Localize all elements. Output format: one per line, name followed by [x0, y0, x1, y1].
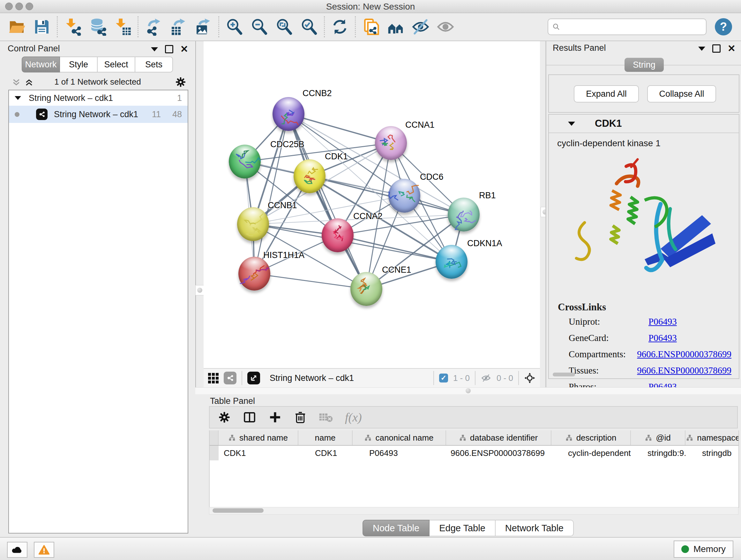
panel-float-icon[interactable] [712, 44, 721, 53]
crosslink-label: Tissues: [569, 365, 637, 376]
table-cell[interactable]: stringdb:9... [631, 448, 685, 458]
network-canvas[interactable]: CCNB2CCNA1CDC25BCDK1CDC6RB1CCNB1CCNA2CDK… [204, 41, 540, 368]
network-options-gear-icon[interactable] [175, 76, 186, 88]
network-node-cdk1[interactable] [293, 159, 326, 193]
table-row[interactable]: CDK1CDK1P064939606.ENSP00000378699cyclin… [210, 446, 738, 460]
column-header--id[interactable]: @id [631, 430, 685, 445]
gene-box-hscroll-thumb[interactable] [553, 373, 575, 376]
show-all-button[interactable] [433, 14, 458, 39]
export-network-button[interactable] [141, 14, 166, 39]
network-search-field[interactable] [548, 18, 706, 35]
network-node-ccnb2[interactable] [273, 97, 305, 131]
tab-network[interactable]: Network [22, 57, 60, 72]
column-header-description[interactable]: description [551, 430, 631, 445]
zoom-out-button[interactable] [247, 14, 272, 39]
results-panel: Results Panel ✕ String Expand All Collap… [545, 41, 741, 387]
import-network-database-button[interactable] [85, 14, 110, 39]
column-type-icon [686, 434, 693, 441]
gene-collapse-icon[interactable] [568, 122, 575, 126]
collapse-all-button[interactable]: Collapse All [647, 85, 716, 103]
tree-expand-icon[interactable] [15, 96, 21, 100]
open-in-new-window-icon[interactable] [247, 372, 260, 384]
network-node-ccne1[interactable] [350, 272, 382, 306]
hide-selected-button[interactable] [408, 14, 433, 39]
tab-string[interactable]: String [624, 58, 664, 72]
network-node-hist1h1a[interactable] [239, 257, 270, 291]
show-columns-icon[interactable] [243, 411, 256, 424]
add-column-icon[interactable] [268, 411, 282, 424]
tab-style[interactable]: Style [60, 57, 98, 72]
panel-menu-icon[interactable] [151, 47, 158, 51]
crosslink-link[interactable]: P06493 [649, 333, 677, 343]
save-session-icon [33, 18, 51, 36]
network-node-ccna2[interactable] [322, 219, 354, 252]
open-session-button[interactable] [4, 14, 29, 39]
network-node-cdc25b[interactable] [229, 145, 261, 179]
crosslink-link[interactable]: 9606.ENSP00000378699 [637, 365, 731, 376]
save-session-button[interactable] [29, 14, 54, 39]
column-header-database-identifier[interactable]: database identifier [446, 430, 551, 445]
table-cell[interactable]: CDK1 [298, 448, 353, 458]
panel-menu-icon[interactable] [698, 47, 705, 51]
column-header-shared-name[interactable]: shared name [219, 430, 298, 445]
network-node-ccna1[interactable] [375, 126, 407, 160]
zoom-selected-button[interactable] [296, 14, 321, 39]
table-cell[interactable]: P06493 [353, 448, 446, 458]
memory-label: Memory [693, 544, 726, 554]
tab-network-table[interactable]: Network Table [495, 520, 574, 537]
string-panel-toggle-icon[interactable] [224, 372, 237, 384]
fit-selected-crosshair-icon[interactable] [524, 372, 536, 384]
crosslink-link[interactable]: 9606.ENSP00000378699 [637, 349, 731, 360]
table-cell[interactable]: stringdb [685, 448, 739, 458]
cloud-button[interactable] [7, 542, 27, 558]
import-table-icon [114, 18, 131, 36]
crosslink-link[interactable]: P06493 [649, 316, 677, 327]
copy-style-button[interactable] [358, 14, 383, 39]
network-node-rb1[interactable] [448, 198, 480, 232]
table-splitter-handle[interactable] [466, 388, 471, 393]
refresh-layout-button[interactable] [327, 14, 352, 39]
network-node-cdc6[interactable] [388, 179, 420, 212]
panel-float-icon[interactable] [165, 45, 173, 53]
warnings-button[interactable] [34, 542, 54, 558]
import-network-file-button[interactable] [60, 14, 85, 39]
panel-close-icon[interactable]: ✕ [180, 46, 188, 52]
expand-all-button[interactable]: Expand All [574, 85, 639, 103]
table-cell[interactable]: 9606.ENSP00000378699 [446, 448, 551, 458]
zoom-in-button[interactable] [222, 14, 247, 39]
zoom-fit-button[interactable] [272, 14, 296, 39]
birdseye-grid-icon[interactable] [208, 373, 219, 383]
column-type-icon [364, 434, 372, 441]
network-node-cdkn1a[interactable] [435, 245, 468, 279]
tab-edge-table[interactable]: Edge Table [429, 520, 495, 537]
column-header-namespace[interactable]: namespace [685, 430, 739, 445]
table-options-gear-icon[interactable] [218, 411, 231, 424]
export-table-button[interactable] [166, 14, 191, 39]
tab-select[interactable]: Select [98, 57, 135, 72]
column-header-name[interactable]: name [298, 430, 353, 445]
selected-checkbox-icon[interactable]: ✓ [439, 374, 448, 382]
network-tree-row-selected[interactable]: String Network – cdk1 11 48 [9, 106, 188, 123]
table-cell[interactable]: CDK1 [219, 448, 298, 458]
column-header-canonical-name[interactable]: canonical name [353, 430, 446, 445]
function-builder-button[interactable]: f(x) [345, 410, 362, 424]
left-splitter-handle[interactable] [195, 285, 204, 295]
table-hscroll-thumb[interactable] [212, 508, 264, 513]
tab-node-table[interactable]: Node Table [362, 520, 429, 537]
export-image-button[interactable] [191, 14, 216, 39]
network-node-ccnb1[interactable] [237, 207, 269, 241]
hidden-eye-icon[interactable] [481, 373, 491, 383]
table-hscrollbar[interactable] [209, 507, 738, 515]
left-splitter[interactable] [196, 41, 204, 387]
first-neighbors-button[interactable] [383, 14, 408, 39]
delete-column-icon[interactable] [294, 411, 307, 424]
search-input[interactable] [560, 22, 702, 32]
import-table-button[interactable] [110, 14, 135, 39]
table-panel-title: Table Panel [210, 396, 255, 406]
tab-sets[interactable]: Sets [135, 57, 173, 72]
memory-button[interactable]: Memory [674, 541, 733, 558]
table-cell[interactable]: cyclin-dependent ... [551, 448, 631, 458]
panel-close-icon[interactable]: ✕ [728, 45, 736, 52]
network-tree-root-row[interactable]: String Network – cdk1 1 [9, 90, 188, 106]
help-button[interactable]: ? [715, 18, 732, 36]
